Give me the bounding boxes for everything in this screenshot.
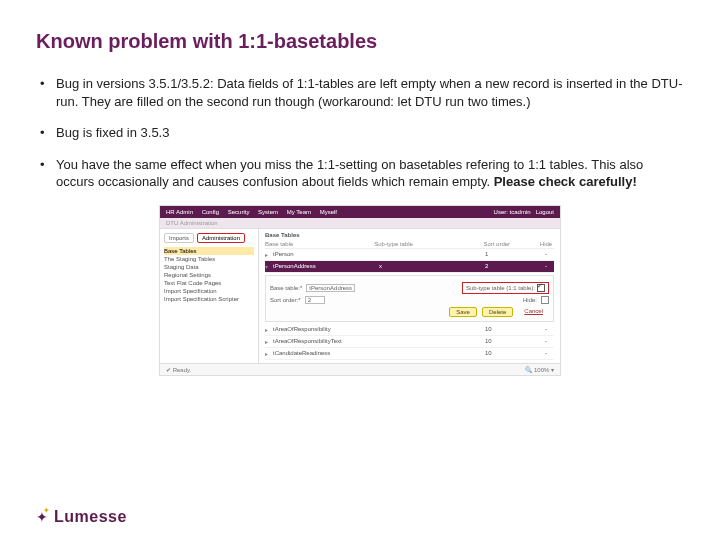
sidebar-item-importspec[interactable]: Import Specification — [164, 287, 254, 295]
delete-button[interactable]: Delete — [482, 307, 513, 317]
embedded-screenshot: HR Admin Config Security System My Team … — [159, 205, 561, 376]
base-table-label: Base table:* — [270, 285, 302, 291]
table-row[interactable]: ▸tPerson1- — [265, 249, 554, 261]
table-row[interactable]: ▸tCandidateReadiness10- — [265, 348, 554, 360]
brand-logo: ✦✦ Lumesse — [36, 508, 127, 526]
sidebar-item-basetables[interactable]: Base Tables — [164, 247, 254, 255]
zoom-icon: 🔍 — [525, 367, 534, 373]
edit-panel: Base table:* tPersonAddress Sub-type tab… — [265, 275, 554, 322]
sidebar-item-codepages[interactable]: Text Flat Code Pages — [164, 279, 254, 287]
status-ready-icon: ✔ — [166, 367, 173, 373]
sidebar-item-staging-data[interactable]: Staging Data — [164, 263, 254, 271]
main-heading: Base Tables — [265, 232, 554, 238]
status-bar: ✔ Ready. 🔍 100% ▾ — [160, 363, 560, 375]
main-panel: Base Tables Base tableSub-type tableSort… — [259, 229, 560, 363]
chevron-right-icon: ▸ — [265, 338, 273, 345]
base-table-input[interactable]: tPersonAddress — [306, 284, 355, 292]
hide-label: Hide: — [523, 297, 537, 303]
tab-administration[interactable]: Administration — [197, 233, 245, 243]
chevron-right-icon: ▸ — [265, 350, 273, 357]
bullet-2: Bug is fixed in 3.5.3 — [38, 124, 684, 142]
nav-security[interactable]: Security — [228, 209, 250, 215]
subtype-highlight: Sub-type table (1:1 table): — [462, 282, 549, 294]
nav-myteam[interactable]: My Team — [287, 209, 311, 215]
sidebar-item-importscripter[interactable]: Import Specification Scripter — [164, 295, 254, 303]
chevron-down-icon: ▾ — [265, 263, 273, 270]
hide-checkbox[interactable] — [541, 296, 549, 304]
sidebar: Imports Administration Base Tables The S… — [160, 229, 259, 363]
nav-myself[interactable]: Myself — [320, 209, 337, 215]
sort-order-label: Sort order:* — [270, 297, 301, 303]
table-row[interactable]: ▸tAreaOfResponsibility10- — [265, 324, 554, 336]
nav-system[interactable]: System — [258, 209, 278, 215]
subtype-checkbox[interactable] — [537, 284, 545, 292]
sidebar-item-staging-tables[interactable]: The Staging Tables — [164, 255, 254, 263]
table-row[interactable]: ▸tAreaOfResponsibilityText10- — [265, 336, 554, 348]
logo-text: Lumesse — [54, 508, 127, 526]
user-label: User: tcadmin — [494, 209, 531, 215]
bullet-list: Bug in versions 3.5.1/3.5.2: Data fields… — [38, 75, 684, 191]
nav-config[interactable]: Config — [202, 209, 219, 215]
app-topbar: HR Admin Config Security System My Team … — [160, 206, 560, 218]
tab-imports[interactable]: Imports — [164, 233, 194, 243]
chevron-right-icon: ▸ — [265, 326, 273, 333]
slide-title: Known problem with 1:1-basetables — [36, 30, 684, 53]
breadcrumb: DTU Administration — [160, 218, 560, 229]
column-headers: Base tableSub-type tableSort orderHide — [265, 240, 554, 249]
cancel-button[interactable]: Cancel — [518, 307, 549, 317]
bullet-3: You have the same effect when you miss t… — [38, 156, 684, 191]
bullet-1: Bug in versions 3.5.1/3.5.2: Data fields… — [38, 75, 684, 110]
table-row-expanded[interactable]: ▾tPersonAddressx2- — [265, 261, 554, 273]
zoom-level: 100% — [534, 367, 549, 373]
save-button[interactable]: Save — [449, 307, 477, 317]
chevron-right-icon: ▸ — [265, 251, 273, 258]
sidebar-item-regional[interactable]: Regional Settings — [164, 271, 254, 279]
logo-star-icon: ✦✦ — [36, 510, 50, 524]
nav-hradmin[interactable]: HR Admin — [166, 209, 193, 215]
sort-order-input[interactable]: 2 — [305, 296, 325, 304]
logout-link[interactable]: Logout — [536, 209, 554, 215]
